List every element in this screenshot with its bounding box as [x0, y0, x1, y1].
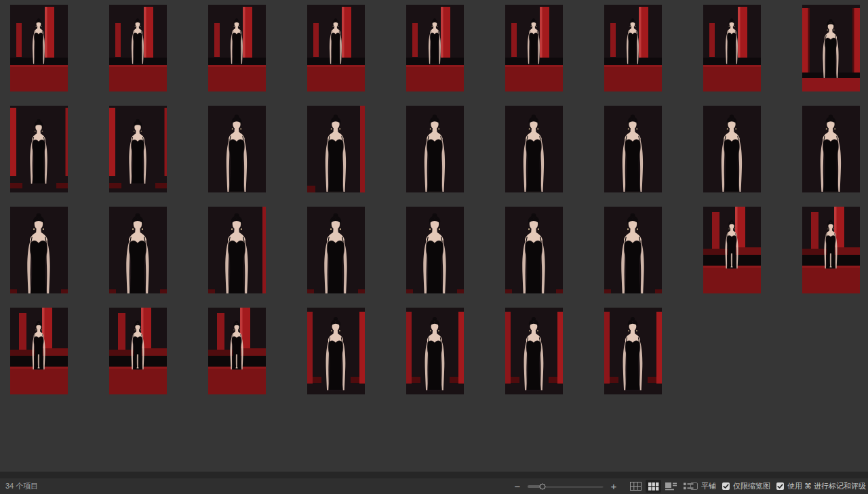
- view-mode-buttons: [628, 478, 696, 494]
- photo-thumbnail[interactable]: [208, 5, 266, 91]
- thumbnail-image: [109, 308, 167, 394]
- photo-thumbnail[interactable]: [208, 207, 266, 293]
- thumbnail-image: [307, 308, 365, 394]
- view-mode-thumbnail-grid-button[interactable]: [646, 480, 661, 493]
- photo-thumbnail[interactable]: [505, 106, 563, 192]
- photo-thumbnail[interactable]: [307, 207, 365, 293]
- photo-thumbnail[interactable]: [307, 308, 365, 394]
- status-option-label: 使用 ⌘ 进行标记和评级: [787, 481, 866, 491]
- thumbnail-image: [604, 308, 662, 394]
- view-mode-grid-outline-button[interactable]: [628, 480, 644, 493]
- checkbox-unchecked-icon[interactable]: [690, 482, 698, 490]
- status-option-3[interactable]: 使用 ⌘ 进行标记和评级: [776, 481, 866, 491]
- content-divider: [0, 472, 868, 478]
- photo-thumbnail[interactable]: [604, 207, 662, 293]
- photo-thumbnail[interactable]: [109, 207, 167, 293]
- checkbox-checked-icon[interactable]: [722, 482, 730, 490]
- photo-thumbnail[interactable]: [604, 5, 662, 91]
- photo-thumbnail[interactable]: [505, 308, 563, 394]
- thumbnail-image: [307, 5, 365, 91]
- photo-thumbnail[interactable]: [406, 106, 464, 192]
- zoom-out-button[interactable]: −: [513, 481, 521, 491]
- items-count: 34 个项目: [5, 478, 38, 494]
- thumbnail-image: [802, 5, 860, 91]
- photo-thumbnail[interactable]: [109, 5, 167, 91]
- status-options: 平铺仅限缩览图使用 ⌘ 进行标记和评级: [690, 478, 866, 494]
- photo-thumbnail[interactable]: [406, 207, 464, 293]
- photo-thumbnail[interactable]: [406, 5, 464, 91]
- thumbnail-image: [604, 207, 662, 293]
- photo-thumbnail[interactable]: [703, 106, 761, 192]
- thumbnail-image: [208, 207, 266, 293]
- view-mode-thumbnail-details-button[interactable]: [663, 480, 679, 493]
- photo-thumbnail[interactable]: [703, 5, 761, 91]
- status-option-2[interactable]: 仅限缩览图: [722, 481, 770, 491]
- photo-thumbnail[interactable]: [406, 308, 464, 394]
- thumbnail-image: [505, 207, 563, 293]
- photo-thumbnail[interactable]: [10, 308, 68, 394]
- thumbnail-image: [208, 5, 266, 91]
- status-option-label: 平铺: [701, 481, 716, 491]
- thumbnail-image: [208, 308, 266, 394]
- thumbnail-image: [307, 207, 365, 293]
- photo-thumbnail[interactable]: [604, 308, 662, 394]
- photo-thumbnail[interactable]: [802, 106, 860, 192]
- photo-thumbnail[interactable]: [307, 5, 365, 91]
- thumbnail-image: [604, 106, 662, 192]
- photo-thumbnail[interactable]: [505, 207, 563, 293]
- photo-thumbnail[interactable]: [109, 106, 167, 192]
- thumbnail-grid: [0, 0, 860, 394]
- photo-thumbnail[interactable]: [703, 207, 761, 293]
- thumbnail-image: [406, 308, 464, 394]
- status-option-1[interactable]: 平铺: [690, 481, 716, 491]
- slider-knob[interactable]: [540, 483, 546, 489]
- photo-thumbnail[interactable]: [802, 5, 860, 91]
- photo-thumbnail[interactable]: [505, 5, 563, 91]
- thumbnail-image: [703, 5, 761, 91]
- photo-thumbnail[interactable]: [802, 207, 860, 293]
- thumbnail-image: [10, 5, 68, 91]
- photo-thumbnail[interactable]: [10, 106, 68, 192]
- thumbnail-image: [406, 5, 464, 91]
- thumbnail-image: [10, 207, 68, 293]
- thumbnail-image: [208, 106, 266, 192]
- thumbnail-image: [703, 106, 761, 192]
- photo-thumbnail[interactable]: [109, 308, 167, 394]
- thumbnail-image: [406, 207, 464, 293]
- thumbnail-image: [802, 106, 860, 192]
- grid-outline-icon: [630, 482, 642, 491]
- thumbnail-image: [505, 308, 563, 394]
- thumbnail-image: [703, 207, 761, 293]
- thumbnail-image: [406, 106, 464, 192]
- thumbnail-image: [505, 106, 563, 192]
- status-bar: 34 个项目 − + 平铺仅限缩览图使用 ⌘ 进行标记和评级: [0, 478, 868, 494]
- checkbox-checked-icon[interactable]: [776, 482, 784, 490]
- thumbnail-image: [604, 5, 662, 91]
- thumbnail-image: [505, 5, 563, 91]
- photo-thumbnail[interactable]: [208, 308, 266, 394]
- status-option-label: 仅限缩览图: [733, 481, 770, 491]
- photo-thumbnail[interactable]: [307, 106, 365, 192]
- thumbnail-image: [802, 207, 860, 293]
- thumbnail-grid-icon: [648, 482, 659, 491]
- photo-thumbnail[interactable]: [604, 106, 662, 192]
- thumbnail-size-slider[interactable]: [528, 485, 604, 488]
- thumbnail-image: [10, 308, 68, 394]
- thumbnail-image: [109, 207, 167, 293]
- photo-thumbnail[interactable]: [10, 207, 68, 293]
- thumbnail-image: [109, 5, 167, 91]
- thumbnail-image: [10, 106, 68, 192]
- thumbnail-image: [109, 106, 167, 192]
- photo-thumbnail[interactable]: [208, 106, 266, 192]
- content-area: [0, 0, 868, 472]
- photo-thumbnail[interactable]: [10, 5, 68, 91]
- thumbnail-details-icon: [665, 482, 677, 491]
- thumbnail-image: [307, 106, 365, 192]
- zoom-in-button[interactable]: +: [610, 481, 618, 491]
- thumbnail-zoom-controls: − +: [513, 478, 618, 494]
